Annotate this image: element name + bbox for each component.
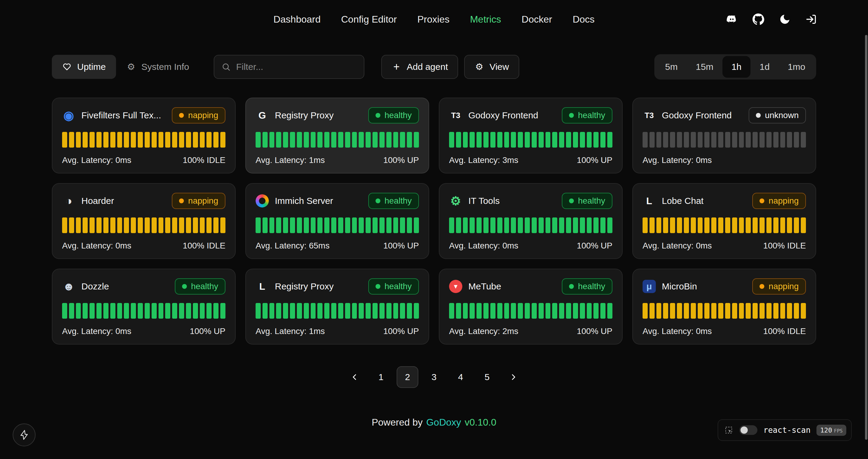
uptime-bar: [124, 132, 129, 147]
uptime-bar: [650, 303, 655, 319]
time-range-1h[interactable]: 1h: [722, 56, 750, 78]
service-card-metube[interactable]: ▼MeTubehealthyAvg. Latency: 2ms100% UP: [439, 269, 623, 345]
uptime-bar: [538, 303, 544, 319]
service-card-dozzle[interactable]: ☻DozzlehealthyAvg. Latency: 0ms100% UP: [52, 269, 236, 345]
time-range-15m[interactable]: 15m: [687, 56, 722, 78]
uptime-bar: [739, 218, 744, 233]
tab-uptime[interactable]: Uptime: [52, 55, 116, 79]
uptime-bar: [732, 132, 737, 147]
moon-icon[interactable]: [779, 13, 791, 25]
add-agent-button[interactable]: + Add agent: [381, 55, 458, 79]
it-tools-gear-icon: ⚙: [449, 194, 462, 207]
uptime-bar: [145, 218, 150, 233]
nav-item-docker[interactable]: Docker: [522, 14, 552, 25]
page-button-3[interactable]: 3: [423, 366, 445, 388]
service-card-godoxy-frontend[interactable]: T3Godoxy FrontendhealthyAvg. Latency: 3m…: [439, 98, 623, 173]
uptime-percent-label: 100% IDLE: [183, 155, 225, 165]
uptime-bar: [656, 218, 661, 233]
time-range-5m[interactable]: 5m: [656, 56, 687, 78]
service-card-it-tools[interactable]: ⚙IT ToolshealthyAvg. Latency: 0ms100% UP: [439, 183, 623, 259]
add-agent-label: Add agent: [407, 62, 448, 72]
uptime-bar: [607, 303, 613, 319]
uptime-bar: [165, 218, 170, 233]
service-card-immich-server[interactable]: Immich ServerhealthyAvg. Latency: 65ms10…: [245, 183, 429, 259]
card-footer: Avg. Latency: 0ms100% UP: [62, 326, 225, 336]
service-card-godoxy-frontend[interactable]: T3Godoxy FrontendunknownAvg. Latency: 0m…: [632, 98, 816, 173]
search-icon: [221, 62, 230, 71]
nav-item-proxies[interactable]: Proxies: [417, 14, 450, 25]
uptime-bar: [773, 132, 778, 147]
uptime-bar: [704, 303, 710, 319]
nav-item-metrics[interactable]: Metrics: [470, 14, 501, 25]
uptime-bar: [69, 132, 74, 147]
uptime-bar: [718, 303, 723, 319]
service-card-registry-proxy[interactable]: GRegistry ProxyhealthyAvg. Latency: 1ms1…: [245, 98, 429, 173]
card-footer: Avg. Latency: 0ms100% IDLE: [62, 241, 225, 251]
service-card-fivefilters-full-tex[interactable]: ◉Fivefilters Full Tex...nappingAvg. Late…: [52, 98, 236, 173]
uptime-bar: [780, 218, 785, 233]
uptime-bars: [62, 218, 225, 233]
latency-label: Avg. Latency: 0ms: [643, 155, 712, 165]
godoxy-link[interactable]: GoDoxy: [426, 417, 461, 428]
uptime-bar: [110, 218, 116, 233]
page-button-1[interactable]: 1: [370, 366, 392, 388]
discord-icon[interactable]: [726, 13, 738, 25]
logout-icon[interactable]: [805, 13, 817, 25]
service-card-microbin[interactable]: μMicroBinnappingAvg. Latency: 0ms100% ID…: [632, 269, 816, 345]
uptime-bar: [131, 218, 136, 233]
time-range-1d[interactable]: 1d: [750, 56, 778, 78]
status-dot-icon: [375, 113, 380, 118]
uptime-bar: [470, 303, 475, 319]
page-button-5[interactable]: 5: [476, 366, 498, 388]
uptime-percent-label: 100% UP: [577, 326, 613, 336]
nav-item-docs[interactable]: Docs: [572, 14, 595, 25]
nav-item-config-editor[interactable]: Config Editor: [341, 14, 397, 25]
uptime-bars: [643, 218, 806, 233]
uptime-bars: [449, 132, 613, 147]
uptime-bar: [359, 132, 364, 147]
nav-links: DashboardConfig EditorProxiesMetricsDock…: [273, 14, 595, 25]
uptime-bar: [732, 303, 737, 319]
uptime-bar: [532, 218, 537, 233]
prev-page-button[interactable]: [344, 366, 365, 388]
uptime-bar: [484, 218, 489, 233]
page-button-2[interactable]: 2: [397, 366, 418, 388]
uptime-bar: [62, 303, 67, 319]
uptime-bar: [297, 132, 302, 147]
quick-actions-button[interactable]: [13, 423, 36, 446]
time-range-1mo[interactable]: 1mo: [779, 56, 814, 78]
scrollbar-thumb[interactable]: [865, 35, 867, 440]
uptime-bar: [62, 132, 67, 147]
uptime-bar: [76, 132, 81, 147]
card-header: μMicroBinnapping: [643, 278, 806, 295]
uptime-bar: [152, 218, 157, 233]
inspect-icon[interactable]: [724, 426, 733, 435]
uptime-bar: [158, 132, 164, 147]
service-card-hoarder[interactable]: ◑HoardernappingAvg. Latency: 0ms100% IDL…: [52, 183, 236, 259]
react-scan-toggle[interactable]: [739, 425, 757, 435]
service-card-lobe-chat[interactable]: LLobe ChatnappingAvg. Latency: 0ms100% I…: [632, 183, 816, 259]
view-button[interactable]: ⚙ View: [464, 55, 519, 79]
status-dot-icon: [375, 198, 380, 203]
uptime-bars: [643, 303, 806, 319]
uptime-bars: [62, 132, 225, 147]
latency-label: Avg. Latency: 65ms: [255, 241, 330, 251]
service-name: Lobe Chat: [662, 196, 704, 206]
uptime-bar: [393, 303, 398, 319]
next-page-button[interactable]: [503, 366, 524, 388]
service-card-registry-proxy[interactable]: LRegistry ProxyhealthyAvg. Latency: 1ms1…: [245, 269, 429, 345]
nav-item-dashboard[interactable]: Dashboard: [273, 14, 321, 25]
uptime-bar: [186, 303, 191, 319]
page-button-4[interactable]: 4: [450, 366, 471, 388]
service-name: Dozzle: [82, 281, 109, 292]
filter-input[interactable]: [236, 62, 356, 72]
uptime-bar: [386, 218, 392, 233]
uptime-bar: [767, 218, 772, 233]
uptime-bar: [324, 218, 330, 233]
tab-system-info[interactable]: ⚙ System Info: [116, 55, 199, 79]
latency-label: Avg. Latency: 3ms: [449, 155, 518, 165]
github-icon[interactable]: [752, 13, 764, 25]
card-footer: Avg. Latency: 2ms100% UP: [449, 326, 613, 336]
uptime-bar: [449, 132, 454, 147]
uptime-bar: [311, 132, 316, 147]
